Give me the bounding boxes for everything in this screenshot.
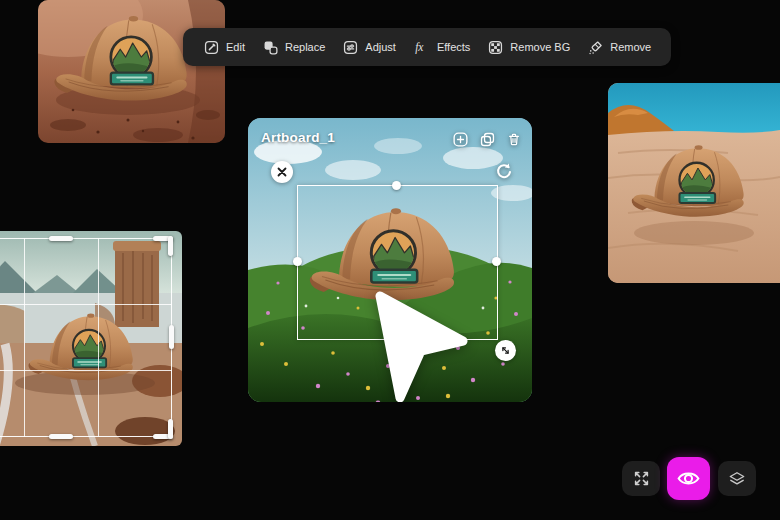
selection-handle-top[interactable] (392, 181, 401, 190)
dune-cap-illustration (608, 83, 780, 283)
adjust-icon (342, 39, 359, 56)
crop-handle-right[interactable] (169, 325, 175, 349)
add-icon (452, 131, 469, 148)
remove-bg-label: Remove BG (510, 41, 570, 53)
delete-artboard-button[interactable] (505, 130, 523, 148)
crop-grid-line (0, 304, 172, 305)
resize-button[interactable] (495, 340, 516, 361)
effects-button[interactable]: fx Effects (411, 35, 472, 60)
duplicate-artboard-button[interactable] (478, 130, 496, 148)
layers-button[interactable] (718, 461, 756, 496)
edit-icon (203, 39, 220, 56)
effects-label: Effects (437, 41, 470, 53)
crop-grid-line (98, 238, 99, 437)
expand-icon (632, 469, 651, 488)
add-artboard-button[interactable] (451, 130, 469, 148)
remove-label: Remove (610, 41, 651, 53)
crop-frame[interactable] (0, 238, 172, 437)
artboard-canvas[interactable]: Artboard_1 (248, 118, 532, 402)
artboard-title: Artboard_1 (261, 130, 335, 145)
thumbnail-dune-cap-image[interactable] (608, 83, 780, 283)
preview-button[interactable] (667, 457, 710, 500)
deselect-button[interactable] (271, 161, 293, 183)
edit-label: Edit (226, 41, 245, 53)
crop-handle-bottom[interactable] (49, 434, 73, 440)
selection-handle-left[interactable] (293, 257, 302, 266)
cursor-arrow (366, 286, 476, 402)
crop-handle-corner-bottom-right[interactable] (168, 419, 174, 439)
edit-button[interactable]: Edit (201, 35, 247, 60)
replace-button[interactable]: Replace (260, 35, 327, 60)
effects-fx-icon: fx (413, 39, 431, 56)
artboard-actions (451, 130, 523, 148)
replace-label: Replace (285, 41, 325, 53)
crop-grid-line (0, 370, 172, 371)
canvas-workspace: Edit Replace Adjust fx Effects (0, 0, 780, 520)
resize-diagonal-icon (499, 344, 512, 357)
remove-eraser-icon (587, 39, 604, 56)
layers-icon (727, 469, 747, 489)
expand-button[interactable] (622, 461, 660, 496)
edit-toolbar: Edit Replace Adjust fx Effects (183, 28, 671, 66)
close-icon (277, 167, 287, 177)
crop-handle-top[interactable] (49, 236, 73, 242)
duplicate-icon (479, 131, 496, 148)
desert-cap-illustration (38, 0, 225, 143)
svg-text:fx: fx (415, 41, 423, 54)
remove-bg-button[interactable]: Remove BG (485, 35, 572, 60)
adjust-button[interactable]: Adjust (340, 35, 398, 60)
rotate-icon (494, 162, 514, 182)
thumbnail-desert-cap-image[interactable] (38, 0, 225, 143)
eye-icon (676, 466, 701, 491)
crop-grid-line (24, 238, 25, 437)
rotate-button[interactable] (494, 162, 514, 182)
remove-bg-icon (487, 39, 504, 56)
selection-handle-right[interactable] (492, 257, 501, 266)
adjust-label: Adjust (365, 41, 396, 53)
replace-icon (262, 39, 279, 56)
trash-icon (506, 131, 522, 148)
crop-handle-corner-top-right[interactable] (168, 236, 174, 256)
remove-button[interactable]: Remove (585, 35, 653, 60)
